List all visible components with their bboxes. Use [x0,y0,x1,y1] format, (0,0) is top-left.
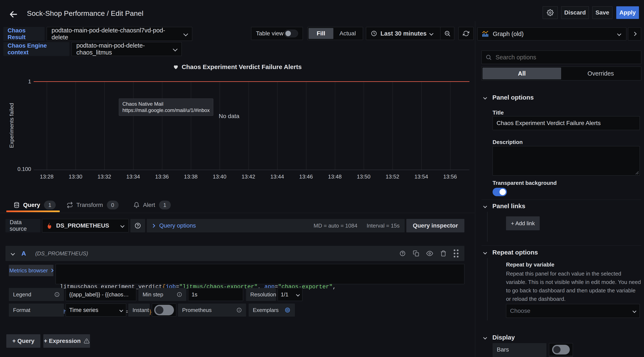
apply-button[interactable]: Apply [616,6,639,19]
description-field-label: Description [492,139,523,145]
display-section-header[interactable]: Display [484,334,515,341]
tab-all[interactable]: All [482,68,561,79]
x-tick: 13:44 [264,173,290,180]
tab-count-badge: 1 [44,201,56,209]
options-search[interactable] [482,51,641,64]
section-indent-guide [487,258,488,320]
datasource-help-button[interactable] [130,219,145,232]
save-button[interactable]: Save [592,6,612,19]
chevron-down-icon [483,250,487,254]
format-select[interactable]: Time series [66,303,126,316]
panel-links-section-header[interactable]: Panel links [484,202,526,210]
page-title: Sock-Shop Performance / Edit Panel [27,9,144,18]
tab-overrides[interactable]: Overrides [561,70,640,77]
repeat-options-section-header[interactable]: Repeat options [484,249,538,256]
zoom-out-button[interactable] [440,27,454,40]
chevron-down-icon [483,204,487,208]
add-expression-button[interactable]: + Expression [43,334,90,348]
panel-title-input[interactable] [492,116,640,130]
instant-toggle[interactable] [154,305,174,315]
exemplars-capture-icon[interactable] [284,307,291,313]
resize-handle-icon[interactable] [635,171,639,175]
y-tick: 1 [12,78,31,85]
chevron-down-icon [296,293,300,296]
drag-handle-icon[interactable] [454,249,458,257]
chevron-right-icon [632,32,637,36]
section-divider [482,245,641,246]
panel-description-textarea[interactable] [492,146,640,176]
toggle-knob [553,346,560,353]
tab-label: Transform [76,202,103,208]
refresh-button[interactable] [458,27,474,40]
gridline [364,81,364,170]
refresh-icon [463,30,469,37]
resolution-label: Resolution [246,288,276,301]
tab-alert[interactable]: Alert 1 [133,199,171,211]
bars-toggle[interactable] [552,345,570,354]
min-step-input[interactable]: 1s [188,288,243,301]
label-text: Exemplars [253,307,279,313]
variable-value: podtato-main-pod-delete-chaos_litmus [76,42,170,56]
panel-header[interactable]: Chaos Experiment Verdict Failure Alerts [0,62,474,72]
pane-splitter[interactable] [475,21,475,357]
table-view-toggle[interactable] [284,30,298,37]
title-field-label: Title [492,110,504,116]
collapse-chevron-icon[interactable] [11,251,15,255]
repeat-variable-select[interactable]: Choose [506,304,640,318]
datasource-picker[interactable]: DS_PROMETHEUS [42,219,129,232]
gridline [335,81,335,170]
tooltip-title: Chaos Native Mail [122,101,210,107]
add-query-button[interactable]: + Query [6,334,40,348]
chevron-right-icon [50,269,54,272]
tab-count-badge: 0 [107,201,118,209]
info-icon [177,292,182,297]
time-range-picker[interactable]: Last 30 minutes [366,27,454,40]
duplicate-query-icon[interactable] [413,250,419,257]
grafana-edit-panel: Sock-Shop Performance / Edit Panel Disca… [0,0,644,357]
query-help-icon[interactable] [400,250,406,257]
visualization-select[interactable]: Graph (old) [478,27,626,41]
tab-query[interactable]: Query 1 [14,199,56,211]
section-title: Panel options [492,94,534,101]
x-tick: 13:28 [34,173,59,180]
legend-input[interactable]: {{app_label}} - {{chaos… [66,288,136,301]
query-options-bar[interactable]: Query options MD = auto = 1084 Interval … [147,219,405,232]
promql-expression-field[interactable]: litmuschaos_experiment_verdict{job="litm… [56,264,464,284]
search-input[interactable] [495,54,637,61]
variable-label-chaos-engine: Chaos Engine context [3,42,70,56]
resolution-select[interactable]: 1/1 [278,288,302,301]
discard-button[interactable]: Discard [561,6,589,19]
actual-option[interactable]: Actual [333,30,362,37]
delete-query-icon[interactable] [440,250,446,257]
toggle-viz-picker-button[interactable] [628,27,641,41]
panel-options-section-header[interactable]: Panel options [484,94,534,101]
label-text: Min step [142,291,163,298]
next-option-toggle-sliver [549,356,573,357]
tab-transform[interactable]: Transform 0 [67,199,118,211]
gridline [133,81,134,170]
x-tick: 13:42 [236,173,261,180]
fill-option[interactable]: Fill [308,28,333,39]
options-tabs-segmented: All Overrides [482,67,641,80]
transparent-bg-toggle[interactable] [492,188,507,196]
x-tick: 13:38 [178,173,204,180]
back-button[interactable] [8,9,19,20]
toggle-visibility-icon[interactable] [426,250,433,257]
add-link-button[interactable]: + Add link [506,216,540,230]
alert-threshold-line [34,81,470,82]
y-axis-label: Experiments failed [8,103,15,148]
panel-settings-button[interactable] [543,6,558,19]
x-tick: 13:50 [351,173,376,180]
label-text: Prometheus [182,307,212,313]
query-inspector-button[interactable]: Query inspector [406,219,464,232]
metrics-browser-button[interactable]: Metrics browser [9,265,54,276]
max-datapoints-text: MD = auto = 1084 [314,222,357,229]
x-tick: 13:34 [120,173,146,180]
chart-plot-area[interactable]: No data [34,81,470,170]
datasource-value: DS_PROMETHEUS [56,222,109,229]
variable-select-chaos-engine[interactable]: podtato-main-pod-delete-chaos_litmus [72,42,182,56]
query-row-header[interactable]: A (DS_PROMETHEUS) [6,246,464,261]
prometheus-icon [46,222,53,229]
section-title: Repeat options [492,249,538,256]
variable-select-chaos-result[interactable]: podtato-main-pod-delete-chaosnl7vd-pod-d… [47,27,192,41]
